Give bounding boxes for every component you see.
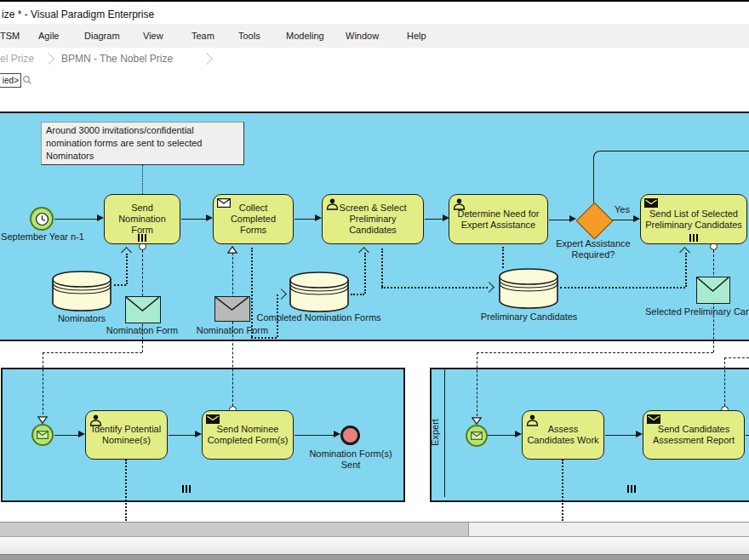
data-store-label: Nominators bbox=[39, 313, 124, 324]
data-association[interactable] bbox=[351, 294, 364, 295]
data-association[interactable] bbox=[560, 287, 685, 289]
sequence-flow[interactable] bbox=[549, 220, 571, 220]
message-nomination-form-gray[interactable] bbox=[214, 296, 250, 322]
message-flow[interactable] bbox=[724, 357, 749, 358]
end-event-nomination-forms-sent[interactable] bbox=[340, 426, 360, 445]
task-identify-potential-nominees[interactable]: Identify Potential Nominee(s) bbox=[85, 410, 168, 460]
timer-start-event[interactable] bbox=[30, 207, 54, 231]
task-label: Screen & Select Preliminary Candidates bbox=[325, 203, 420, 236]
sequence-flow[interactable] bbox=[54, 219, 98, 220]
task-label: Determine Need for Expert Assistance bbox=[452, 209, 545, 231]
breadcrumb-item-bpmn[interactable]: BPMN - The Nobel Prize bbox=[61, 53, 173, 65]
arrowhead bbox=[633, 215, 640, 222]
data-association[interactable] bbox=[126, 254, 128, 284]
data-association[interactable] bbox=[381, 287, 488, 289]
sequence-flow[interactable] bbox=[294, 435, 334, 436]
magnifier-icon[interactable] bbox=[22, 75, 32, 85]
sequence-flow[interactable] bbox=[181, 219, 207, 220]
chevron-right-icon bbox=[201, 53, 213, 65]
data-association[interactable] bbox=[114, 284, 126, 286]
data-association[interactable] bbox=[251, 248, 253, 337]
menu-item-tools[interactable]: Tools bbox=[238, 31, 260, 41]
menu-item-diagram[interactable]: Diagram bbox=[84, 31, 120, 41]
data-association[interactable] bbox=[381, 249, 383, 287]
envelope-flap bbox=[215, 297, 249, 311]
data-association[interactable] bbox=[685, 253, 687, 287]
message-start-event[interactable] bbox=[31, 424, 54, 446]
data-association[interactable] bbox=[364, 253, 366, 294]
message-flow[interactable] bbox=[43, 352, 142, 353]
sequence-flow[interactable] bbox=[488, 435, 516, 436]
sequence-flow[interactable] bbox=[54, 435, 79, 436]
data-store-nominators[interactable] bbox=[50, 270, 113, 312]
message-arrowhead bbox=[37, 416, 48, 424]
data-store-label: Completed Nomination Forms bbox=[253, 312, 385, 323]
task-send-candidates-assessment-report[interactable]: Send Candidates Assessment Report bbox=[643, 410, 745, 460]
message-selected-preliminary-candidates[interactable] bbox=[696, 277, 730, 304]
sequence-flow[interactable] bbox=[425, 219, 443, 220]
task-determine-need-expert-assistance[interactable]: Determine Need for Expert Assistance bbox=[449, 194, 548, 244]
menu-item-view[interactable]: View bbox=[143, 31, 163, 41]
menu-item-team[interactable]: Team bbox=[192, 31, 214, 41]
send-envelope-icon bbox=[644, 198, 658, 210]
task-send-nomination-form[interactable]: Send Nomination Form bbox=[104, 194, 180, 244]
arrowhead bbox=[315, 214, 322, 221]
data-association[interactable] bbox=[562, 460, 563, 521]
task-screen-select-preliminary-candidates[interactable]: Screen & Select Preliminary Candidates bbox=[322, 194, 424, 244]
lane-divider bbox=[444, 369, 445, 497]
sequence-flow[interactable] bbox=[605, 435, 637, 436]
user-icon bbox=[89, 414, 102, 429]
envelope-icon bbox=[37, 431, 49, 439]
message-flow[interactable] bbox=[724, 357, 725, 406]
data-association[interactable] bbox=[125, 460, 127, 521]
note-anchor-line[interactable] bbox=[142, 165, 143, 194]
data-store-preliminary-candidates[interactable] bbox=[497, 267, 560, 310]
window-title: ize * - Visual Paradigm Enterprise bbox=[2, 9, 154, 20]
breadcrumb-item-prize[interactable]: el Prize bbox=[0, 53, 34, 65]
status-bar bbox=[0, 536, 749, 555]
data-store-completed-nomination-forms[interactable] bbox=[288, 271, 351, 313]
sequence-flow-yes[interactable] bbox=[611, 220, 634, 220]
sequence-flow[interactable] bbox=[294, 219, 316, 220]
message-flow[interactable] bbox=[477, 352, 477, 416]
diagram-canvas[interactable]: Expert Yes bbox=[0, 90, 749, 521]
arrowhead bbox=[569, 215, 576, 222]
message-label: Nomination Form bbox=[104, 325, 180, 336]
user-icon bbox=[453, 198, 466, 213]
task-assess-candidates-work[interactable]: Assess Candidates Work bbox=[522, 410, 604, 460]
horizontal-scrollbar[interactable] bbox=[0, 522, 749, 536]
menu-item-tsm[interactable]: TSM bbox=[0, 31, 20, 41]
message-start-event[interactable] bbox=[466, 425, 488, 447]
application-window: ize * - Visual Paradigm Enterprise TSM A… bbox=[0, 0, 749, 560]
message-flow[interactable] bbox=[43, 352, 43, 414]
data-association[interactable] bbox=[251, 337, 277, 339]
envelope-icon bbox=[471, 431, 483, 440]
task-send-list-selected-preliminary-candidates[interactable]: Send List of Selected Preliminary Candid… bbox=[640, 194, 747, 244]
menu-item-window[interactable]: Window bbox=[346, 31, 379, 41]
multi-instance-marker bbox=[689, 234, 698, 242]
sequence-flow[interactable] bbox=[169, 435, 196, 436]
data-association[interactable] bbox=[502, 247, 504, 268]
send-envelope-icon bbox=[647, 414, 660, 426]
title-bar[interactable]: ize * - Visual Paradigm Enterprise bbox=[0, 2, 749, 24]
task-collect-completed-forms[interactable]: Collect Completed Forms bbox=[213, 194, 294, 244]
breadcrumb: el Prize BPMN - The Nobel Prize bbox=[0, 48, 749, 70]
task-send-nominee-completed-forms[interactable]: Send Nominee Completed Form(s) bbox=[202, 410, 294, 460]
note-annotation[interactable]: Around 3000 invitations/confidential nom… bbox=[41, 122, 244, 165]
menu-item-agile[interactable]: Agile bbox=[38, 31, 59, 41]
menu-item-modeling[interactable]: Modeling bbox=[286, 31, 324, 41]
menu-item-help[interactable]: Help bbox=[407, 31, 426, 41]
message-label: Selected Preliminary Candidates bbox=[645, 306, 749, 317]
message-flow[interactable] bbox=[477, 352, 713, 353]
pool-multi-instance-marker bbox=[627, 485, 636, 493]
zoom-combo-box[interactable]: ied> bbox=[0, 73, 21, 88]
arrowhead bbox=[78, 431, 85, 437]
user-icon bbox=[326, 198, 339, 213]
task-label: Send Nominee Completed Form(s) bbox=[205, 424, 290, 446]
gateway-label: Expert Assistance Required? bbox=[534, 238, 653, 260]
horizontal-scrollbar-thumb[interactable] bbox=[0, 523, 469, 536]
task-label: Send List of Selected Preliminary Candid… bbox=[643, 209, 744, 231]
lane-label-expert: Expert bbox=[430, 411, 440, 454]
message-nomination-form-green[interactable] bbox=[125, 296, 161, 323]
sequence-flow[interactable] bbox=[746, 435, 749, 436]
